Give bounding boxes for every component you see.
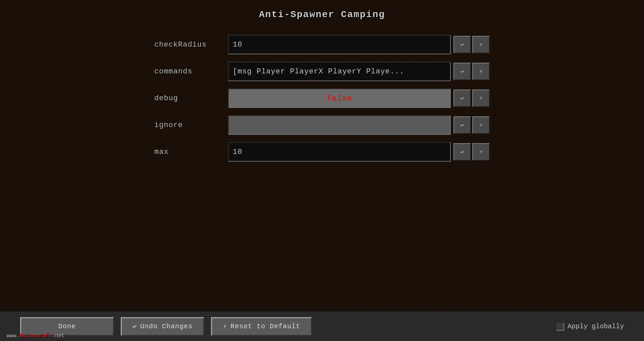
btn-group-debug: ↩ ⚡ [453,90,490,107]
undo-changes-button[interactable]: ↩ Undo Changes [121,317,204,336]
setting-row-checkRadius: checkRadius ↩ ⚡ [154,33,490,56]
reset-btn-commands[interactable]: ⚡ [472,63,490,80]
label-max: max [154,148,228,156]
undo-btn-debug[interactable]: ↩ [453,90,471,107]
btn-group-commands: ↩ ⚡ [453,63,490,80]
watermark-prefix: www. [7,333,19,339]
reset-default-label: Reset to Default [230,323,300,330]
reset-btn-ignore[interactable]: ⚡ [472,116,490,134]
undo-btn-checkRadius[interactable]: ↩ [453,36,471,53]
label-checkRadius: checkRadius [154,41,228,49]
label-debug: debug [154,94,228,103]
btn-group-ignore: ↩ ⚡ [453,116,490,134]
setting-row-max: max ↩ ⚡ [154,140,490,163]
input-checkRadius[interactable] [228,35,451,54]
setting-row-ignore: ignore ↩ ⚡ [154,114,490,136]
undo-btn-ignore[interactable]: ↩ [453,116,471,134]
btn-group-max: ↩ ⚡ [453,143,490,161]
watermark-suffix: .net [52,333,64,339]
btn-group-checkRadius: ↩ ⚡ [453,36,490,53]
watermark-brand: 9minecraft [19,333,52,339]
reset-icon: ⚡ [223,322,227,331]
apply-globally-container: Apply globally [556,323,624,331]
label-commands: commands [154,67,228,76]
undo-btn-commands[interactable]: ↩ [453,63,471,80]
settings-container: checkRadius ↩ ⚡ commands ↩ ⚡ debug ↩ ⚡ i… [154,33,490,167]
input-commands[interactable] [228,62,451,81]
watermark: www.9minecraft.net [7,333,65,339]
reset-btn-max[interactable]: ⚡ [472,143,490,161]
reset-btn-debug[interactable]: ⚡ [472,90,490,107]
input-max[interactable] [228,142,451,162]
bottom-bar: Done ↩ Undo Changes ⚡ Reset to Default A… [0,311,644,341]
page-title: Anti-Spawner Camping [259,9,385,20]
reset-default-button[interactable]: ⚡ Reset to Default [211,317,312,336]
input-ignore[interactable] [228,115,451,135]
setting-row-commands: commands ↩ ⚡ [154,60,490,83]
undo-btn-max[interactable]: ↩ [453,143,471,161]
reset-btn-checkRadius[interactable]: ⚡ [472,36,490,53]
apply-globally-checkbox[interactable] [556,323,564,331]
undo-icon: ↩ [132,322,137,331]
undo-changes-label: Undo Changes [140,323,193,330]
setting-row-debug: debug ↩ ⚡ [154,87,490,110]
apply-globally-label: Apply globally [568,323,624,330]
label-ignore: ignore [154,121,228,129]
input-debug[interactable] [228,89,451,108]
